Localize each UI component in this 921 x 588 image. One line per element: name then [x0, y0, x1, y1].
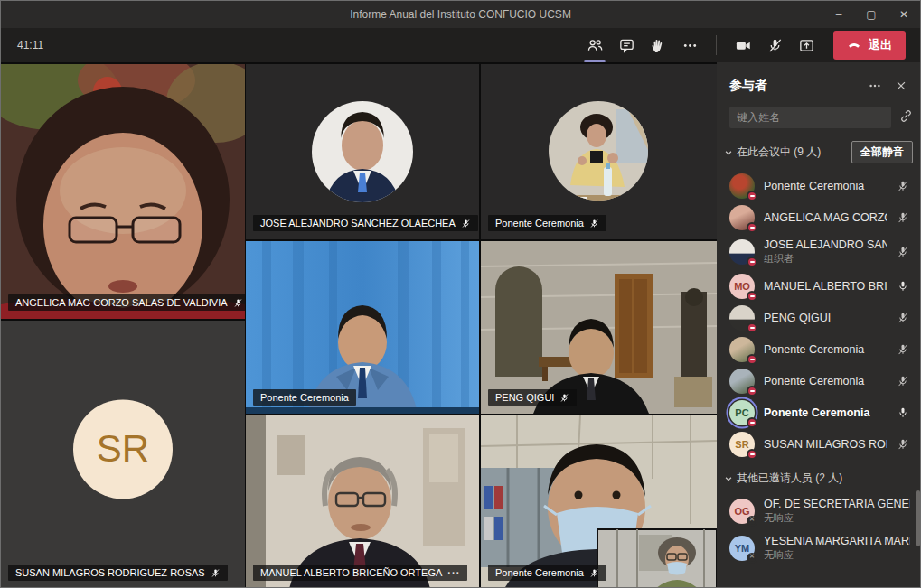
tile-more-icon[interactable]: ···	[447, 567, 460, 578]
participants-button[interactable]	[583, 33, 606, 57]
copy-invite-link-icon[interactable]	[899, 109, 913, 126]
video-tile-peng[interactable]: PENG QIGUI	[481, 241, 717, 414]
mic-muted-icon	[211, 568, 221, 578]
raise-hand-button[interactable]	[646, 33, 670, 57]
avatar-initials: MO	[734, 281, 750, 292]
participant-name: Ponente Ceremonia	[764, 406, 887, 419]
mic-muted-icon[interactable]	[896, 246, 910, 258]
video-tile-ponente-mask[interactable]: Ponente Ceremonia	[481, 415, 717, 588]
participant-name-label: SUSAN MILAGROS RODRIGUEZ ROSAS	[8, 565, 228, 581]
search-row	[717, 101, 921, 130]
participant-name-label: ANGELICA MAG CORZO SALAS DE VALDIVIA	[8, 294, 245, 311]
panel-close-icon[interactable]	[895, 79, 907, 92]
mic-muted-icon	[589, 568, 599, 578]
toolbar-divider	[716, 35, 717, 55]
video-tile-manuel[interactable]: MANUEL ALBERTO BRICEÑO ORTEGA ···	[246, 415, 479, 588]
avatar: OG	[729, 499, 755, 524]
participant-name: SUSAN MILAGROS RODRIGUEZ ...	[764, 438, 887, 451]
avatar	[729, 239, 755, 265]
participant-name: Ponente Ceremonia	[495, 567, 584, 578]
section-in-meeting[interactable]: 在此会议中 (9 人) 全部静音	[717, 130, 921, 170]
chevron-down-icon	[724, 148, 733, 157]
status-busy-badge	[747, 257, 757, 267]
more-ellipsis-icon	[681, 37, 699, 54]
participant-row[interactable]: JOSE ALEJANDRO SANCHEZ OL... 组织者	[717, 233, 921, 270]
participant-row[interactable]: Ponente Ceremonia	[717, 365, 921, 397]
people-icon	[587, 37, 604, 54]
status-busy-badge	[747, 449, 757, 460]
participant-name: Ponente Ceremonia	[764, 343, 887, 356]
meeting-timer: 41:11	[17, 39, 43, 51]
mic-muted-icon[interactable]	[896, 211, 910, 224]
participant-name: MANUEL ALBERTO BRICEÑO ORTEGA	[260, 567, 442, 578]
participant-row[interactable]: PENG QIGUI	[717, 302, 921, 333]
chat-button[interactable]	[615, 33, 638, 57]
hang-up-icon	[847, 38, 861, 52]
participant-status: 无响应	[764, 511, 910, 525]
leave-label: 退出	[869, 37, 892, 53]
close-button[interactable]: ✕	[888, 1, 920, 28]
minimize-button[interactable]: –	[822, 1, 855, 28]
invited-row[interactable]: OG OF. DE SECRETARIA GENERAL - UCSM 无响应	[717, 492, 921, 529]
share-screen-button[interactable]	[794, 33, 818, 57]
mic-muted-icon[interactable]	[896, 312, 910, 324]
mic-on-icon[interactable]	[896, 406, 910, 419]
search-input[interactable]	[729, 107, 891, 128]
participant-status: 无响应	[764, 548, 910, 562]
window-title: Informe Anual del Instituto CONFUCIO UCS…	[350, 8, 571, 21]
mute-all-button[interactable]: 全部静音	[851, 141, 913, 163]
more-options-button[interactable]	[678, 33, 701, 57]
mic-muted-icon[interactable]	[896, 343, 910, 356]
status-busy-badge	[747, 417, 757, 428]
video-tile-angelica[interactable]: ANGELICA MAG CORZO SALAS DE VALDIVIA	[1, 64, 245, 319]
mic-muted-icon[interactable]	[896, 180, 910, 192]
panel-more-icon[interactable]	[869, 79, 881, 92]
video-tile-jose[interactable]: JOSE ALEJANDRO SANCHEZ OLAECHEA	[246, 64, 479, 239]
teams-meeting-window: Informe Anual del Instituto CONFUCIO UCS…	[0, 0, 921, 588]
participant-row[interactable]: MO MANUEL ALBERTO BRICEÑO OR...	[717, 270, 921, 302]
participants-panel: 参与者 在此会议中 (9 人) 全部静音 Ponen	[717, 62, 921, 588]
leave-meeting-button[interactable]: 退出	[833, 31, 906, 60]
participant-name: ANGELICA MAG CORZO SALAS ...	[764, 211, 887, 224]
participant-row[interactable]: Ponente Ceremonia	[717, 170, 921, 201]
participant-name: Ponente Ceremonia	[764, 180, 887, 192]
share-screen-icon	[798, 37, 815, 54]
participant-row[interactable]: Ponente Ceremonia	[717, 333, 921, 365]
maximize-button[interactable]: ▢	[855, 1, 888, 28]
mic-muted-icon[interactable]	[896, 375, 910, 387]
camera-icon	[735, 37, 752, 54]
participant-name: YESENIA MARGARITA MARRON MO...	[764, 535, 910, 547]
participant-row[interactable]: ANGELICA MAG CORZO SALAS ...	[717, 201, 921, 233]
video-tile-susan[interactable]: SR SUSAN MILAGROS RODRIGUEZ ROSAS	[1, 321, 245, 588]
invited-row[interactable]: YM YESENIA MARGARITA MARRON MO... 无响应	[717, 529, 921, 566]
mic-muted-icon	[461, 219, 471, 229]
participant-row-speaking[interactable]: PC Ponente Ceremonia	[717, 397, 921, 428]
participant-name-label: Ponente Ceremonia	[488, 215, 606, 231]
avatar: PC	[729, 400, 755, 425]
video-frame-ponente-mask	[481, 415, 717, 588]
video-frame-ponente-blue	[246, 241, 479, 414]
mic-muted-icon[interactable]	[896, 438, 910, 451]
section-label: 其他已邀请人员 (2 人)	[737, 471, 842, 486]
participant-row[interactable]: SR SUSAN MILAGROS RODRIGUEZ ...	[717, 428, 921, 460]
avatar-initials: SR	[735, 439, 748, 450]
video-tile-ponente-desk[interactable]: Ponente Ceremonia	[481, 64, 717, 239]
mic-on-icon[interactable]	[896, 280, 910, 293]
self-view-inset	[597, 529, 717, 588]
toolbar-actions: 退出	[583, 31, 906, 60]
titlebar: Informe Anual del Instituto CONFUCIO UCS…	[1, 1, 920, 28]
avatar	[729, 173, 755, 199]
section-label: 在此会议中 (9 人)	[737, 145, 821, 160]
avatar-initials: OG	[734, 506, 749, 517]
section-invited[interactable]: 其他已邀请人员 (2 人)	[717, 460, 921, 492]
scrollbar-thumb[interactable]	[916, 490, 920, 546]
participant-name: Ponente Ceremonia	[260, 392, 349, 403]
status-busy-badge	[747, 354, 757, 365]
camera-button[interactable]	[731, 33, 755, 57]
participant-name-label: Ponente Ceremonia	[253, 389, 356, 406]
video-tile-ponente-blue[interactable]: Ponente Ceremonia	[246, 241, 479, 414]
microphone-button[interactable]	[763, 33, 786, 57]
participant-name: OF. DE SECRETARIA GENERAL - UCSM	[764, 498, 910, 510]
participant-name-label: JOSE ALEJANDRO SANCHEZ OLAECHEA	[253, 215, 478, 231]
status-busy-badge	[747, 222, 757, 233]
